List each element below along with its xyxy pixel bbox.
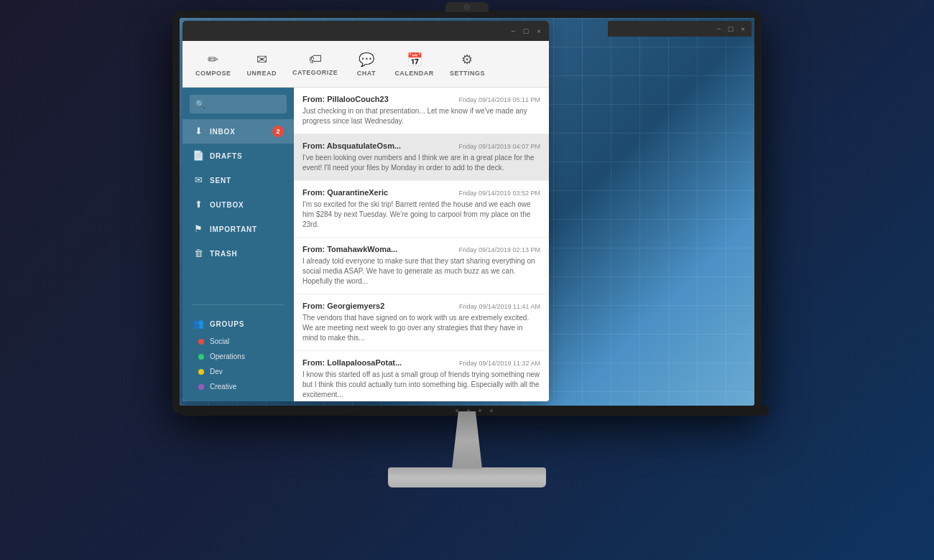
groups-icon: 👥 bbox=[193, 318, 204, 330]
webcam bbox=[445, 2, 489, 12]
outbox-label: OUTBOX bbox=[210, 201, 244, 209]
bottom-dot-1 bbox=[456, 409, 458, 412]
calendar-icon: 📅 bbox=[407, 52, 422, 67]
inbox-label: INBOX bbox=[210, 128, 236, 136]
inbox-icon: ⬇ bbox=[193, 126, 204, 137]
creative-dot bbox=[198, 384, 204, 390]
compose-button[interactable]: ✏ COMPOSE bbox=[188, 47, 239, 81]
bottom-dot-4 bbox=[490, 409, 493, 412]
compose-label: COMPOSE bbox=[195, 70, 231, 77]
email-item-2[interactable]: From: AbsquatulateOsm... Friday 09/14/20… bbox=[294, 134, 549, 181]
trash-icon: 🗑 bbox=[193, 248, 204, 259]
email-list: From: PillalooCouch23 Friday 09/14/2019 … bbox=[294, 88, 549, 401]
operations-label: Operations bbox=[210, 353, 245, 360]
dev-label: Dev bbox=[210, 368, 223, 375]
email-item-6[interactable]: From: LollapaloosaPotat... Friday 09/14/… bbox=[294, 351, 549, 401]
monitor-stand-base bbox=[388, 467, 546, 487]
group-item-creative[interactable]: Creative bbox=[182, 379, 294, 394]
sent-label: SENT bbox=[210, 177, 231, 185]
email-item-1[interactable]: From: PillalooCouch23 Friday 09/14/2019 … bbox=[294, 88, 549, 134]
unread-label: UNREAD bbox=[247, 70, 277, 77]
app-body: 🔍 ⬇ INBOX 2 📄 DRAFTS bbox=[182, 88, 549, 401]
maximize-button[interactable]: □ bbox=[522, 27, 530, 35]
email-item-3[interactable]: From: QuarantineXeric Friday 09/14/2019 … bbox=[294, 181, 549, 238]
email-date-3: Friday 09/14/2019 03:52 PM bbox=[458, 190, 540, 197]
categorize-button[interactable]: 🏷 CATEGORIZE bbox=[285, 47, 345, 80]
email-from-6: From: LollapaloosaPotat... bbox=[302, 358, 402, 367]
email-item-5[interactable]: From: Georgiemyers2 Friday 09/14/2019 11… bbox=[294, 294, 549, 351]
chat-label: CHAT bbox=[357, 70, 376, 77]
screen: − □ × − □ × ✏ COMPOSE bbox=[180, 18, 754, 406]
email-from-5: From: Georgiemyers2 bbox=[302, 302, 384, 310]
email-header-1: From: PillalooCouch23 Friday 09/14/2019 … bbox=[302, 95, 540, 103]
outbox-icon: ⬆ bbox=[193, 199, 204, 210]
monitor-frame: − □ × − □ × ✏ COMPOSE bbox=[172, 11, 762, 413]
calendar-button[interactable]: 📅 CALENDAR bbox=[387, 47, 441, 81]
email-date-5: Friday 09/14/2019 11:41 AM bbox=[459, 303, 540, 310]
creative-label: Creative bbox=[210, 383, 236, 391]
search-icon: 🔍 bbox=[195, 100, 205, 109]
sidebar-item-inbox[interactable]: ⬇ INBOX 2 bbox=[182, 119, 294, 144]
title-bar: − □ × bbox=[182, 21, 549, 41]
groups-section: 👥 GROUPS Social Operations bbox=[182, 311, 294, 401]
email-date-1: Friday 09/14/2019 05:11 PM bbox=[458, 96, 540, 103]
sidebar-item-important[interactable]: ⚑ IMPORTANT bbox=[182, 217, 294, 241]
email-header-3: From: QuarantineXeric Friday 09/14/2019 … bbox=[302, 188, 540, 197]
sidebar: 🔍 ⬇ INBOX 2 📄 DRAFTS bbox=[182, 88, 294, 401]
important-label: IMPORTANT bbox=[210, 225, 257, 233]
email-header-4: From: TomahawkWoma... Friday 09/14/2019 … bbox=[302, 245, 540, 253]
important-icon: ⚑ bbox=[193, 223, 204, 235]
settings-icon: ⚙ bbox=[461, 52, 473, 67]
bottom-dot-3 bbox=[478, 409, 481, 412]
second-window-titlebar: − □ × bbox=[608, 21, 752, 37]
social-label: Social bbox=[210, 337, 229, 345]
email-preview-6: I know this started off as just a small … bbox=[302, 370, 540, 400]
email-preview-2: I've been looking over numbers and I thi… bbox=[302, 153, 540, 173]
group-item-dev[interactable]: Dev bbox=[182, 364, 294, 379]
second-maximize-button[interactable]: □ bbox=[726, 24, 735, 33]
group-item-operations[interactable]: Operations bbox=[182, 349, 294, 364]
email-app-window: − □ × ✏ COMPOSE ✉ UNREAD 🏷 bbox=[182, 21, 549, 401]
email-item-4[interactable]: From: TomahawkWoma... Friday 09/14/2019 … bbox=[294, 238, 549, 294]
chat-icon: 💬 bbox=[359, 52, 374, 67]
minimize-button[interactable]: − bbox=[509, 27, 517, 35]
trash-label: TRASH bbox=[210, 250, 237, 258]
unread-button[interactable]: ✉ UNREAD bbox=[240, 47, 285, 81]
drafts-label: DRAFTS bbox=[210, 152, 242, 160]
email-from-1: From: PillalooCouch23 bbox=[302, 95, 389, 103]
email-from-3: From: QuarantineXeric bbox=[302, 188, 388, 197]
close-button[interactable]: × bbox=[535, 27, 543, 35]
groups-header: 👥 GROUPS bbox=[182, 314, 294, 334]
compose-icon: ✏ bbox=[208, 52, 218, 67]
search-box[interactable]: 🔍 bbox=[190, 95, 287, 113]
chat-button[interactable]: 💬 CHAT bbox=[346, 47, 386, 81]
monitor: − □ × − □ × ✏ COMPOSE bbox=[144, 11, 790, 549]
second-close-button[interactable]: × bbox=[739, 24, 747, 33]
settings-label: SETTINGS bbox=[450, 70, 485, 77]
sidebar-item-sent[interactable]: ✉ SENT bbox=[182, 168, 294, 192]
email-preview-3: I'm so excited for the ski trip! Barrett… bbox=[302, 200, 540, 230]
email-from-4: From: TomahawkWoma... bbox=[302, 245, 397, 253]
inbox-badge: 2 bbox=[272, 126, 284, 137]
toolbar: ✏ COMPOSE ✉ UNREAD 🏷 CATEGORIZE 💬 CHAT bbox=[182, 41, 549, 88]
email-header-5: From: Georgiemyers2 Friday 09/14/2019 11… bbox=[302, 302, 540, 310]
unread-icon: ✉ bbox=[256, 52, 267, 67]
webcam-lens bbox=[464, 4, 470, 10]
email-header-6: From: LollapaloosaPotat... Friday 09/14/… bbox=[302, 358, 540, 367]
email-date-2: Friday 09/14/2019 04:07 PM bbox=[458, 143, 540, 150]
monitor-stand-neck bbox=[445, 411, 489, 469]
calendar-label: CALENDAR bbox=[394, 70, 434, 77]
sent-icon: ✉ bbox=[193, 174, 204, 186]
sidebar-item-outbox[interactable]: ⬆ OUTBOX bbox=[182, 192, 294, 217]
email-date-6: Friday 09/14/2019 11:32 AM bbox=[459, 360, 540, 367]
second-minimize-button[interactable]: − bbox=[714, 24, 723, 33]
settings-button[interactable]: ⚙ SETTINGS bbox=[443, 47, 492, 81]
email-date-4: Friday 09/14/2019 02:13 PM bbox=[458, 246, 540, 253]
dev-dot bbox=[198, 369, 204, 375]
sidebar-item-trash[interactable]: 🗑 TRASH bbox=[182, 241, 294, 266]
operations-dot bbox=[198, 354, 204, 360]
group-item-social[interactable]: Social bbox=[182, 334, 294, 349]
categorize-icon: 🏷 bbox=[309, 52, 322, 67]
groups-label: GROUPS bbox=[210, 320, 244, 328]
sidebar-item-drafts[interactable]: 📄 DRAFTS bbox=[182, 144, 294, 168]
